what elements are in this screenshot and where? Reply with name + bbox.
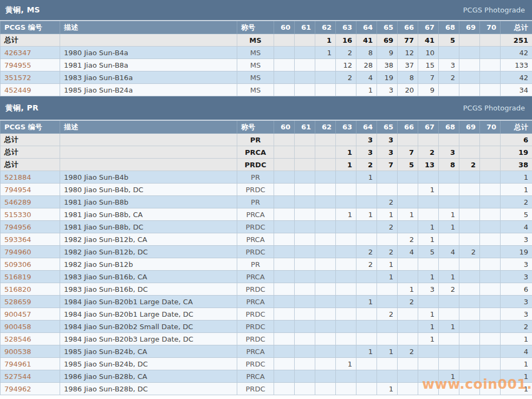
designation-cell: PRDC bbox=[237, 320, 274, 333]
pcgs-number-link[interactable]: 528546 bbox=[4, 335, 31, 343]
grade-count-cell: 1 bbox=[336, 146, 356, 159]
grade-count-cell bbox=[356, 233, 377, 246]
grade-count-cell bbox=[459, 233, 480, 246]
section-brass-ms: 黄铜, MSPCGS PhotogradePCGS 编号描述称号60616263… bbox=[0, 0, 532, 96]
pcgs-number-link[interactable]: 900538 bbox=[4, 348, 31, 356]
pcgs-number-link[interactable]: 515330 bbox=[4, 211, 31, 219]
grade-count-cell bbox=[315, 84, 336, 96]
grade-count-cell bbox=[377, 184, 398, 196]
grade-count-cell bbox=[274, 345, 295, 358]
grade-count-cell bbox=[274, 308, 295, 320]
col-header-designation: 称号 bbox=[237, 120, 274, 134]
grade-count-cell bbox=[336, 333, 356, 345]
pcgs-number-link[interactable]: 516819 bbox=[4, 273, 31, 281]
row-total-cell: 3 bbox=[501, 258, 532, 271]
col-header-pcgs: PCGS 编号 bbox=[1, 120, 60, 134]
col-header-grade-66: 66 bbox=[398, 21, 418, 34]
pcgs-number-link[interactable]: 794961 bbox=[4, 360, 31, 368]
pcgs-number-link[interactable]: 527544 bbox=[4, 372, 31, 381]
coin-row: 7949611985 Jiao Sun-B24b, DCPRDC11 bbox=[1, 358, 532, 370]
grade-count-cell bbox=[315, 184, 336, 196]
grade-count-cell bbox=[295, 196, 315, 208]
grade-count-cell bbox=[418, 370, 439, 383]
pcgs-number-link[interactable]: 452449 bbox=[4, 86, 31, 94]
pcgs-number-link[interactable]: 794955 bbox=[4, 61, 31, 69]
grade-count-cell bbox=[459, 146, 480, 159]
grade-count-cell: 10 bbox=[418, 47, 439, 59]
designation-cell: PRCA bbox=[237, 345, 274, 358]
row-total-cell: 19 bbox=[501, 146, 532, 159]
pcgs-number-link[interactable]: 794956 bbox=[4, 223, 31, 231]
grade-count-cell bbox=[459, 47, 480, 59]
pcgs-number-link[interactable]: 528659 bbox=[4, 298, 31, 306]
pcgs-number-link[interactable]: 351572 bbox=[4, 74, 31, 82]
pcgs-number-link[interactable]: 521884 bbox=[4, 173, 31, 181]
grade-count-cell bbox=[480, 370, 501, 383]
col-header-grade-62: 62 bbox=[315, 21, 336, 34]
designation-cell: MS bbox=[237, 34, 274, 47]
grade-count-cell: 2 bbox=[439, 283, 459, 296]
grade-count-cell bbox=[315, 271, 336, 283]
grade-count-cell bbox=[274, 320, 295, 333]
grade-count-cell bbox=[315, 370, 336, 383]
grade-count-cell bbox=[480, 383, 501, 395]
pcgs-number-cell: 516819 bbox=[1, 271, 60, 283]
grade-count-cell bbox=[459, 34, 480, 47]
coin-row: 7949541980 Jiao Sun-B4b, DCPRDC11 bbox=[1, 184, 532, 196]
grade-count-cell bbox=[295, 345, 315, 358]
col-header-grade-66: 66 bbox=[398, 120, 418, 134]
pcgs-number-link[interactable]: 593364 bbox=[4, 236, 31, 244]
pcgs-number-link[interactable]: 794962 bbox=[4, 385, 31, 393]
grade-count-cell bbox=[480, 358, 501, 370]
grade-count-cell bbox=[336, 171, 356, 184]
grade-count-cell bbox=[274, 283, 295, 296]
grade-count-cell bbox=[459, 196, 480, 208]
pcgs-number-link[interactable]: 426347 bbox=[4, 49, 31, 57]
designation-cell: PRDC bbox=[237, 383, 274, 395]
grade-count-cell: 38 bbox=[377, 59, 398, 71]
grade-count-cell: 3 bbox=[356, 134, 377, 146]
coin-description: 1982 Jiao Sun-B12b bbox=[60, 258, 237, 271]
pcgs-number-link[interactable]: 794954 bbox=[4, 186, 31, 194]
grade-count-cell bbox=[480, 233, 501, 246]
coin-row: 4524491985 Jiao Sun-B24aMS1320934 bbox=[1, 84, 532, 96]
grade-count-cell: 2 bbox=[356, 258, 377, 271]
grade-count-cell bbox=[480, 184, 501, 196]
grade-count-cell bbox=[336, 246, 356, 258]
grade-count-cell bbox=[336, 84, 356, 96]
grade-count-cell: 4 bbox=[356, 71, 377, 84]
grade-count-cell bbox=[274, 258, 295, 271]
grade-count-cell bbox=[295, 370, 315, 383]
grade-count-cell: 2 bbox=[398, 296, 418, 308]
grade-count-cell bbox=[295, 233, 315, 246]
section-header: 黄铜, PRPCGS Photograde bbox=[0, 96, 532, 120]
grade-count-cell bbox=[459, 184, 480, 196]
grade-count-cell: 1 bbox=[356, 296, 377, 308]
pcgs-number-link[interactable]: 900457 bbox=[4, 310, 31, 318]
grade-count-cell bbox=[377, 333, 398, 345]
section-header: 黄铜, MSPCGS Photograde bbox=[0, 0, 532, 20]
pcgs-number-link[interactable]: 509306 bbox=[4, 260, 31, 269]
row-total-cell: 1 bbox=[501, 383, 532, 395]
pcgs-number-link[interactable]: 794960 bbox=[4, 248, 31, 256]
pcgs-number-link[interactable]: 900458 bbox=[4, 323, 31, 331]
designation-cell: PRDC bbox=[237, 358, 274, 370]
coin-description: 1982 Jiao Sun-B12b, DC bbox=[60, 246, 237, 258]
grade-count-cell: 1 bbox=[356, 345, 377, 358]
coin-description: 1981 Jiao Sun-B8b bbox=[60, 196, 237, 208]
coin-row: 7949621986 Jiao Sun-B28b, DCPRDC11 bbox=[1, 383, 532, 395]
pcgs-number-cell: 900457 bbox=[1, 308, 60, 320]
grade-count-cell bbox=[459, 370, 480, 383]
population-sections: 黄铜, MSPCGS PhotogradePCGS 编号描述称号60616263… bbox=[0, 0, 532, 395]
row-total-cell: 5 bbox=[501, 208, 532, 221]
grade-count-cell bbox=[398, 333, 418, 345]
grade-count-cell bbox=[439, 308, 459, 320]
grade-count-cell: 4 bbox=[439, 246, 459, 258]
grade-count-cell bbox=[295, 358, 315, 370]
grade-count-cell bbox=[336, 296, 356, 308]
pcgs-number-link[interactable]: 546289 bbox=[4, 198, 31, 206]
col-header-grade-70: 70 bbox=[480, 21, 501, 34]
pcgs-number-link[interactable]: 516820 bbox=[4, 285, 31, 293]
grade-count-cell bbox=[356, 333, 377, 345]
grade-count-cell bbox=[480, 146, 501, 159]
